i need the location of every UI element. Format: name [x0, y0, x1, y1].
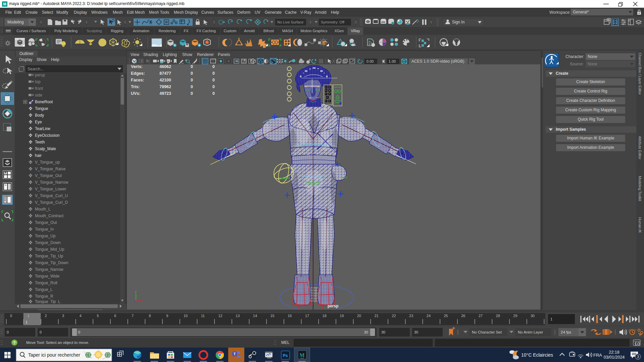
svg-text:0: 0 — [191, 84, 193, 89]
svg-text:3: 3 — [637, 355, 639, 359]
svg-text:46062: 46062 — [159, 64, 171, 69]
svg-text:Edges:: Edges: — [131, 71, 145, 76]
svg-text:Modeling: Modeling — [7, 20, 24, 24]
svg-text:30: 30 — [364, 330, 368, 334]
svg-text:27: 27 — [479, 314, 483, 318]
svg-text:0: 0 — [191, 64, 193, 69]
svg-text:49723: 49723 — [159, 91, 171, 96]
svg-text:9: 9 — [166, 314, 168, 318]
svg-text:03/01/2024: 03/01/2024 — [604, 355, 625, 360]
svg-text:0: 0 — [212, 84, 215, 89]
svg-text:MAYA: MAYA — [300, 357, 304, 359]
svg-text:3: 3 — [62, 314, 64, 318]
svg-text:Taper ici pour rechercher: Taper ici pour rechercher — [28, 352, 80, 358]
svg-text:0: 0 — [191, 78, 193, 82]
svg-text:7: 7 — [132, 314, 134, 318]
svg-text:MEL: MEL — [281, 340, 290, 345]
svg-text:14: 14 — [253, 314, 257, 318]
svg-text:12: 12 — [218, 314, 222, 318]
svg-text:UVs:: UVs: — [131, 91, 140, 96]
svg-text:x: x — [142, 298, 144, 302]
svg-text:22:18: 22:18 — [609, 350, 619, 355]
svg-text:0.00: 0.00 — [366, 59, 374, 63]
svg-text:30: 30 — [381, 330, 385, 334]
svg-text:FRA: FRA — [593, 353, 602, 358]
svg-text:10°C Eclaircies: 10°C Eclaircies — [521, 352, 553, 358]
svg-text:Faces:: Faces: — [131, 78, 144, 82]
svg-text:11: 11 — [201, 314, 205, 318]
svg-text:M: M — [3, 2, 6, 6]
svg-text:2: 2 — [45, 314, 47, 318]
svg-text:20: 20 — [357, 314, 361, 318]
svg-text:0: 0 — [191, 91, 193, 96]
svg-text:24 fps: 24 fps — [561, 330, 572, 334]
svg-text:y: y — [135, 290, 137, 294]
svg-text:0: 0 — [78, 330, 80, 334]
svg-text:No Character Set: No Character Set — [472, 330, 502, 334]
svg-text:No Live Surface: No Live Surface — [277, 20, 303, 24]
svg-text:T: T — [234, 352, 236, 356]
svg-text:0: 0 — [212, 91, 215, 96]
svg-text:10: 10 — [184, 314, 188, 318]
svg-text:42100: 42100 — [159, 78, 171, 82]
svg-text:26: 26 — [461, 314, 465, 318]
svg-text:8: 8 — [149, 314, 151, 318]
svg-text:0: 0 — [212, 64, 215, 69]
svg-text:21: 21 — [375, 314, 379, 318]
svg-text:1: 1 — [550, 317, 552, 321]
svg-text:0: 0 — [191, 71, 193, 76]
svg-text:5: 5 — [97, 314, 99, 318]
svg-text:28: 28 — [496, 314, 500, 318]
svg-text:{;}: {;} — [635, 342, 640, 346]
svg-text:1: 1 — [26, 320, 28, 324]
svg-text:Symmetry: Off: Symmetry: Off — [321, 20, 345, 24]
svg-text:?: ? — [13, 341, 15, 345]
svg-text:No Anim Layer: No Anim Layer — [518, 330, 543, 334]
svg-text:6: 6 — [114, 314, 116, 318]
svg-text:Ps: Ps — [283, 353, 288, 358]
svg-text:ACES 1.0 SDR-video (sRGB): ACES 1.0 SDR-video (sRGB) — [411, 59, 464, 64]
svg-text:15: 15 — [270, 314, 275, 318]
svg-text:ON: ON — [403, 60, 406, 63]
svg-text:25: 25 — [444, 314, 448, 318]
svg-text:22: 22 — [392, 314, 396, 318]
svg-text:1.00: 1.00 — [389, 59, 396, 63]
svg-text:persp: persp — [328, 304, 339, 308]
svg-text:78962: 78962 — [159, 84, 171, 89]
svg-text:4: 4 — [80, 314, 82, 318]
svg-text:17: 17 — [305, 314, 309, 318]
svg-text:29: 29 — [513, 314, 517, 318]
svg-text:23: 23 — [409, 314, 413, 318]
svg-text:Sign In: Sign In — [452, 20, 464, 24]
svg-text:Verts:: Verts: — [131, 64, 143, 69]
svg-text:0: 0 — [212, 78, 215, 82]
svg-text:0: 0 — [7, 330, 9, 334]
svg-text:16: 16 — [288, 314, 292, 318]
svg-text:19: 19 — [340, 314, 344, 318]
svg-text:1: 1 — [28, 314, 30, 318]
svg-text:0: 0 — [40, 330, 42, 334]
svg-text:18: 18 — [323, 314, 327, 318]
svg-text:Tris:: Tris: — [131, 84, 140, 89]
svg-text:87477: 87477 — [159, 71, 171, 76]
svg-text:30: 30 — [531, 314, 535, 318]
svg-text:0: 0 — [212, 71, 215, 76]
svg-text:30: 30 — [414, 330, 418, 334]
svg-text:Move Tool: Select an object to: Move Tool: Select an object to move. — [26, 341, 89, 345]
svg-text:0: 0 — [10, 314, 12, 318]
svg-text:13: 13 — [236, 314, 240, 318]
svg-text:24: 24 — [427, 314, 431, 318]
svg-text:IPR: IPR — [381, 21, 385, 23]
